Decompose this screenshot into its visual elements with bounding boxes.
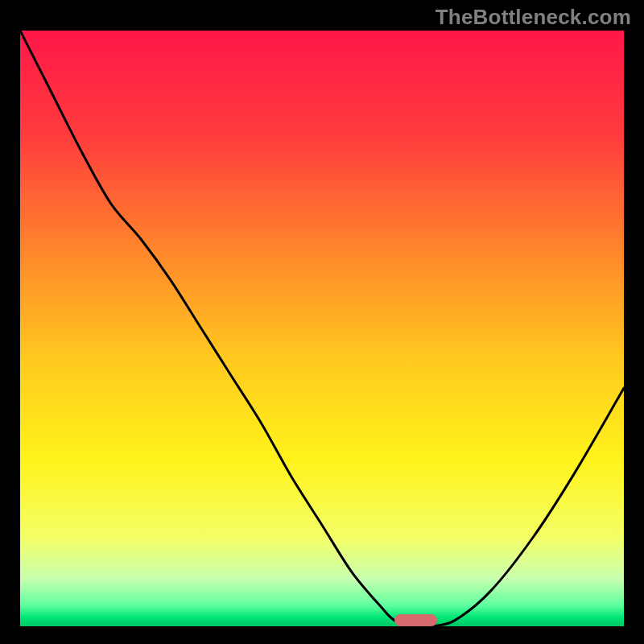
bottleneck-curve <box>20 31 624 626</box>
chart-frame: TheBottleneck.com <box>0 0 644 644</box>
watermark-text: TheBottleneck.com <box>436 5 631 30</box>
curve-layer <box>20 31 624 626</box>
plot-area <box>20 31 624 626</box>
optimum-marker <box>394 614 437 626</box>
